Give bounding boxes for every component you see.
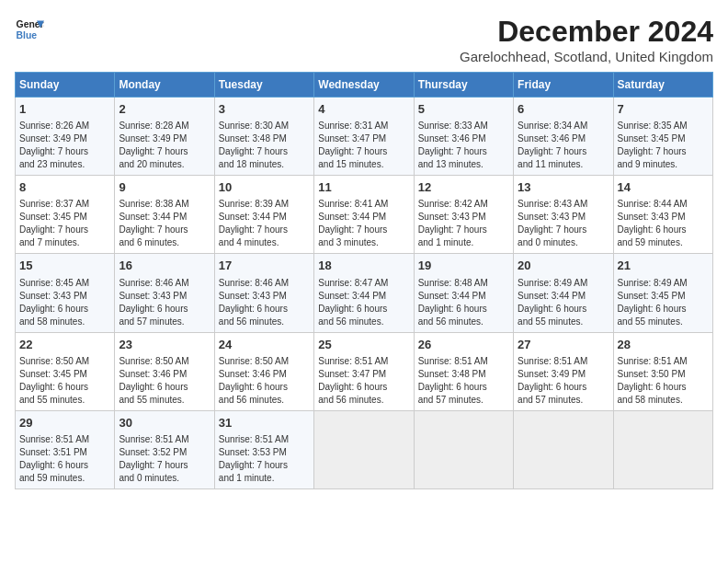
title-block: December 2024 Garelochhead, Scotland, Un… [460, 15, 713, 64]
day-number: 17 [219, 258, 310, 274]
day-info: Sunrise: 8:51 AM Sunset: 3:49 PM Dayligh… [518, 355, 609, 407]
calendar-day-cell: 23Sunrise: 8:50 AM Sunset: 3:46 PM Dayli… [115, 332, 214, 410]
weekday-header-friday: Friday [514, 73, 613, 98]
day-info: Sunrise: 8:35 AM Sunset: 3:45 PM Dayligh… [618, 120, 709, 171]
day-info: Sunrise: 8:28 AM Sunset: 3:49 PM Dayligh… [119, 120, 210, 171]
calendar-table: SundayMondayTuesdayWednesdayThursdayFrid… [15, 72, 713, 489]
day-info: Sunrise: 8:50 AM Sunset: 3:45 PM Dayligh… [19, 355, 110, 407]
day-number: 27 [518, 337, 609, 353]
day-info: Sunrise: 8:51 AM Sunset: 3:53 PM Dayligh… [219, 433, 310, 485]
day-number: 11 [318, 179, 409, 196]
day-number: 31 [219, 415, 310, 431]
calendar-title: December 2024 [460, 15, 713, 49]
day-number: 28 [618, 337, 709, 353]
calendar-week-row: 15Sunrise: 8:45 AM Sunset: 3:43 PM Dayli… [16, 254, 713, 332]
calendar-day-cell: 4Sunrise: 8:31 AM Sunset: 3:47 PM Daylig… [314, 98, 414, 176]
logo: General Blue [15, 15, 44, 44]
day-number: 7 [618, 101, 709, 118]
calendar-day-cell: 3Sunrise: 8:30 AM Sunset: 3:48 PM Daylig… [214, 98, 313, 176]
day-number: 12 [418, 179, 509, 196]
empty-cell [613, 410, 712, 488]
calendar-day-cell: 16Sunrise: 8:46 AM Sunset: 3:43 PM Dayli… [115, 254, 214, 332]
day-info: Sunrise: 8:30 AM Sunset: 3:48 PM Dayligh… [219, 120, 310, 171]
calendar-day-cell: 25Sunrise: 8:51 AM Sunset: 3:47 PM Dayli… [314, 332, 414, 410]
weekday-header-monday: Monday [115, 73, 214, 98]
day-number: 16 [119, 258, 210, 274]
day-number: 9 [119, 179, 210, 196]
day-info: Sunrise: 8:39 AM Sunset: 3:44 PM Dayligh… [219, 198, 310, 249]
day-number: 26 [418, 337, 509, 353]
day-info: Sunrise: 8:49 AM Sunset: 3:44 PM Dayligh… [518, 277, 609, 328]
weekday-header-tuesday: Tuesday [214, 73, 313, 98]
calendar-day-cell: 14Sunrise: 8:44 AM Sunset: 3:43 PM Dayli… [613, 176, 712, 254]
calendar-day-cell: 7Sunrise: 8:35 AM Sunset: 3:45 PM Daylig… [613, 98, 712, 176]
day-info: Sunrise: 8:45 AM Sunset: 3:43 PM Dayligh… [19, 277, 110, 328]
day-info: Sunrise: 8:51 AM Sunset: 3:50 PM Dayligh… [618, 355, 709, 407]
empty-cell [314, 410, 414, 488]
day-info: Sunrise: 8:46 AM Sunset: 3:43 PM Dayligh… [219, 277, 310, 328]
day-number: 30 [119, 415, 210, 431]
weekday-header-row: SundayMondayTuesdayWednesdayThursdayFrid… [16, 73, 713, 98]
day-number: 3 [219, 101, 310, 118]
day-number: 1 [19, 101, 110, 118]
day-info: Sunrise: 8:51 AM Sunset: 3:47 PM Dayligh… [318, 355, 409, 407]
calendar-day-cell: 2Sunrise: 8:28 AM Sunset: 3:49 PM Daylig… [115, 98, 214, 176]
calendar-day-cell: 5Sunrise: 8:33 AM Sunset: 3:46 PM Daylig… [414, 98, 513, 176]
day-number: 4 [318, 101, 409, 118]
day-number: 2 [119, 101, 210, 118]
day-info: Sunrise: 8:49 AM Sunset: 3:45 PM Dayligh… [618, 277, 709, 328]
day-number: 19 [418, 258, 509, 274]
calendar-week-row: 29Sunrise: 8:51 AM Sunset: 3:51 PM Dayli… [16, 410, 713, 488]
day-number: 5 [418, 101, 509, 118]
calendar-week-row: 22Sunrise: 8:50 AM Sunset: 3:45 PM Dayli… [16, 332, 713, 410]
day-info: Sunrise: 8:50 AM Sunset: 3:46 PM Dayligh… [219, 355, 310, 407]
day-info: Sunrise: 8:47 AM Sunset: 3:44 PM Dayligh… [318, 277, 409, 328]
calendar-day-cell: 22Sunrise: 8:50 AM Sunset: 3:45 PM Dayli… [16, 332, 115, 410]
calendar-week-row: 8Sunrise: 8:37 AM Sunset: 3:45 PM Daylig… [16, 176, 713, 254]
day-number: 25 [318, 337, 409, 353]
day-info: Sunrise: 8:33 AM Sunset: 3:46 PM Dayligh… [418, 120, 509, 171]
day-info: Sunrise: 8:42 AM Sunset: 3:43 PM Dayligh… [418, 198, 509, 249]
day-number: 13 [518, 179, 609, 196]
day-info: Sunrise: 8:41 AM Sunset: 3:44 PM Dayligh… [318, 198, 409, 249]
calendar-subtitle: Garelochhead, Scotland, United Kingdom [460, 49, 713, 64]
day-info: Sunrise: 8:34 AM Sunset: 3:46 PM Dayligh… [518, 120, 609, 171]
calendar-day-cell: 6Sunrise: 8:34 AM Sunset: 3:46 PM Daylig… [514, 98, 613, 176]
day-info: Sunrise: 8:48 AM Sunset: 3:44 PM Dayligh… [418, 277, 509, 328]
calendar-day-cell: 9Sunrise: 8:38 AM Sunset: 3:44 PM Daylig… [115, 176, 214, 254]
day-number: 14 [618, 179, 709, 196]
day-number: 24 [219, 337, 310, 353]
calendar-day-cell: 17Sunrise: 8:46 AM Sunset: 3:43 PM Dayli… [214, 254, 313, 332]
calendar-day-cell: 20Sunrise: 8:49 AM Sunset: 3:44 PM Dayli… [514, 254, 613, 332]
calendar-day-cell: 30Sunrise: 8:51 AM Sunset: 3:52 PM Dayli… [115, 410, 214, 488]
weekday-header-sunday: Sunday [16, 73, 115, 98]
calendar-day-cell: 28Sunrise: 8:51 AM Sunset: 3:50 PM Dayli… [613, 332, 712, 410]
day-number: 22 [19, 337, 110, 353]
calendar-day-cell: 27Sunrise: 8:51 AM Sunset: 3:49 PM Dayli… [514, 332, 613, 410]
day-number: 18 [318, 258, 409, 274]
calendar-day-cell: 24Sunrise: 8:50 AM Sunset: 3:46 PM Dayli… [214, 332, 313, 410]
weekday-header-thursday: Thursday [414, 73, 513, 98]
day-info: Sunrise: 8:51 AM Sunset: 3:51 PM Dayligh… [19, 433, 110, 485]
calendar-day-cell: 29Sunrise: 8:51 AM Sunset: 3:51 PM Dayli… [16, 410, 115, 488]
calendar-day-cell: 31Sunrise: 8:51 AM Sunset: 3:53 PM Dayli… [214, 410, 313, 488]
calendar-day-cell: 8Sunrise: 8:37 AM Sunset: 3:45 PM Daylig… [16, 176, 115, 254]
svg-text:Blue: Blue [17, 30, 38, 40]
day-info: Sunrise: 8:44 AM Sunset: 3:43 PM Dayligh… [618, 198, 709, 249]
calendar-day-cell: 11Sunrise: 8:41 AM Sunset: 3:44 PM Dayli… [314, 176, 414, 254]
day-info: Sunrise: 8:31 AM Sunset: 3:47 PM Dayligh… [318, 120, 409, 171]
day-info: Sunrise: 8:38 AM Sunset: 3:44 PM Dayligh… [119, 198, 210, 249]
day-info: Sunrise: 8:46 AM Sunset: 3:43 PM Dayligh… [119, 277, 210, 328]
calendar-day-cell: 13Sunrise: 8:43 AM Sunset: 3:43 PM Dayli… [514, 176, 613, 254]
calendar-day-cell: 15Sunrise: 8:45 AM Sunset: 3:43 PM Dayli… [16, 254, 115, 332]
calendar-week-row: 1Sunrise: 8:26 AM Sunset: 3:49 PM Daylig… [16, 98, 713, 176]
calendar-day-cell: 12Sunrise: 8:42 AM Sunset: 3:43 PM Dayli… [414, 176, 513, 254]
day-number: 29 [19, 415, 110, 431]
day-number: 23 [119, 337, 210, 353]
weekday-header-wednesday: Wednesday [314, 73, 414, 98]
calendar-day-cell: 10Sunrise: 8:39 AM Sunset: 3:44 PM Dayli… [214, 176, 313, 254]
calendar-day-cell: 18Sunrise: 8:47 AM Sunset: 3:44 PM Dayli… [314, 254, 414, 332]
calendar-day-cell: 1Sunrise: 8:26 AM Sunset: 3:49 PM Daylig… [16, 98, 115, 176]
empty-cell [414, 410, 513, 488]
day-info: Sunrise: 8:50 AM Sunset: 3:46 PM Dayligh… [119, 355, 210, 407]
